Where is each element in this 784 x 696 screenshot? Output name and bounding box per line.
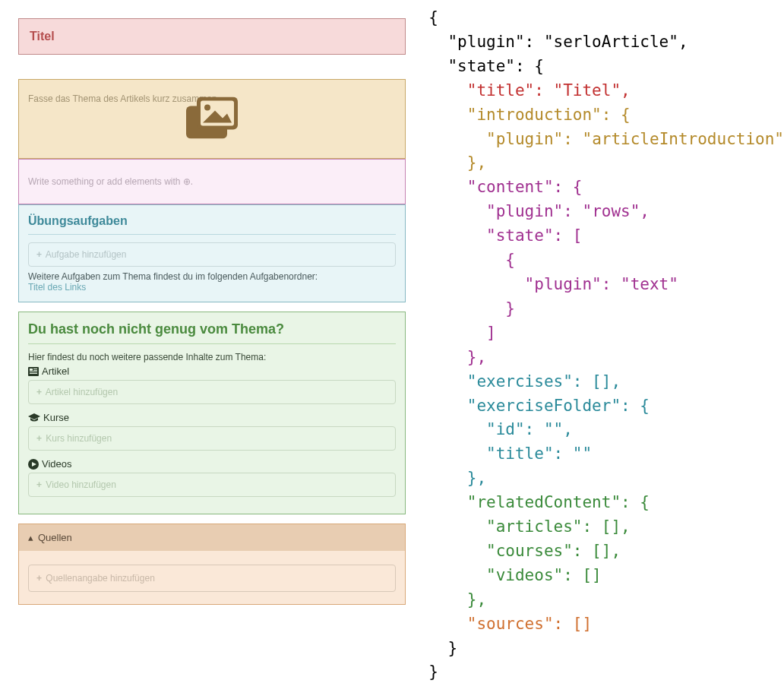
title-input[interactable]: Titel — [30, 30, 394, 43]
content-section[interactable]: Write something or add elements with ⊕. — [18, 159, 406, 204]
plus-icon: + — [36, 433, 42, 444]
add-course-button[interactable]: + Kurs hinzufügen — [28, 426, 396, 451]
exercise-folder-note: Weitere Aufgaben zum Thema findest du im… — [28, 271, 396, 282]
courses-label: Kurse — [28, 412, 396, 423]
editor-panel: Titel Fasse das Thema des Artikels kurz … — [0, 0, 415, 696]
exercises-section: Übungsaufgaben + Aufgabe hinzufügen Weit… — [18, 204, 406, 302]
add-source-button[interactable]: + Quellenangabe hinzufügen — [28, 565, 396, 592]
sources-header[interactable]: ▴ Quellen — [19, 524, 405, 551]
introduction-section[interactable]: Fasse das Thema des Artikels kurz zusamm… — [18, 79, 406, 159]
related-note: Hier findest du noch weitere passende In… — [28, 352, 396, 362]
newspaper-icon — [28, 367, 39, 376]
plus-icon: + — [36, 573, 42, 584]
add-exercise-button[interactable]: + Aufgabe hinzufügen — [28, 242, 396, 267]
plus-icon: + — [36, 249, 42, 260]
related-content-section: Du hast noch nicht genug vom Thema? Hier… — [18, 312, 406, 514]
svg-rect-8 — [30, 372, 37, 372]
svg-rect-5 — [30, 369, 33, 371]
articles-label: Artikel — [28, 365, 396, 377]
svg-rect-6 — [33, 369, 37, 369]
svg-rect-9 — [30, 373, 37, 374]
chevron-up-icon: ▴ — [28, 532, 33, 543]
image-icon[interactable] — [186, 96, 238, 141]
related-heading: Du hast noch nicht genug vom Thema? — [28, 321, 396, 344]
svg-point-3 — [204, 104, 210, 110]
play-circle-icon — [28, 459, 39, 470]
sources-section: ▴ Quellen + Quellenangabe hinzufügen — [18, 524, 406, 605]
plus-icon: + — [36, 479, 42, 490]
json-preview: { "plugin": "serloArticle", "state": { "… — [415, 0, 784, 696]
exercises-heading: Übungsaufgaben — [28, 214, 396, 235]
add-article-button[interactable]: + Artikel hinzufügen — [28, 380, 396, 404]
add-video-button[interactable]: + Video hinzufügen — [28, 473, 396, 497]
graduation-cap-icon — [28, 413, 40, 422]
exercise-folder-link-input[interactable]: Titel des Links — [28, 282, 396, 293]
videos-label: Videos — [28, 458, 396, 470]
content-placeholder: Write something or add elements with ⊕. — [28, 176, 396, 187]
plus-icon: + — [36, 387, 42, 397]
title-section[interactable]: Titel — [18, 18, 406, 55]
svg-rect-7 — [33, 370, 37, 371]
